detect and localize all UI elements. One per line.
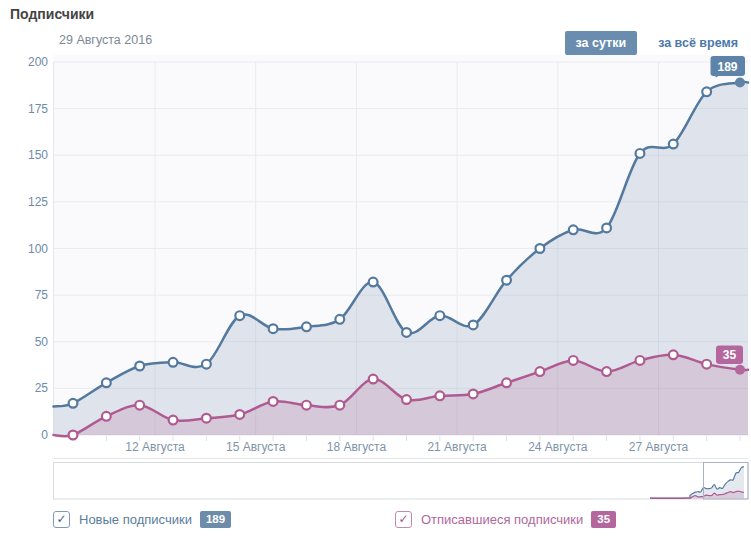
svg-text:50: 50	[35, 335, 49, 349]
data-point	[435, 391, 444, 400]
data-point	[102, 378, 111, 387]
data-point	[369, 375, 378, 384]
subscribers-stats-panel: Подписчики 29 Августа 2016 за сутки за в…	[0, 0, 751, 537]
data-point	[202, 360, 211, 369]
overview-strip[interactable]	[54, 463, 749, 500]
checkmark-icon: ✓	[56, 513, 66, 525]
data-point	[602, 367, 611, 376]
tooltip-new-subscribers: 189	[711, 56, 746, 77]
data-point	[135, 362, 144, 371]
legend-label-unsubscribed: Отписавшиеся подписчики	[421, 512, 583, 527]
data-point-current	[735, 365, 745, 375]
data-point	[402, 395, 411, 404]
checkmark-icon: ✓	[398, 513, 408, 525]
svg-text:125: 125	[28, 195, 48, 209]
page-title: Подписчики	[10, 6, 94, 22]
data-point	[69, 399, 78, 408]
subscribers-chart[interactable]: 12 Августа15 Августа18 Августа21 Августа…	[0, 55, 751, 505]
svg-text:18 Августа: 18 Августа	[327, 440, 387, 454]
data-point	[202, 414, 211, 423]
data-point	[335, 401, 344, 410]
data-point	[536, 367, 545, 376]
period-switcher: за сутки за всё время	[565, 31, 744, 55]
svg-text:189: 189	[717, 60, 737, 74]
data-point	[335, 315, 344, 324]
checkbox-unsubscribed[interactable]: ✓	[395, 511, 412, 528]
date-label: 29 Августа 2016	[59, 33, 152, 47]
legend-item-new-subscribers: ✓ Новые подписчики 189	[53, 509, 231, 529]
data-point	[402, 328, 411, 337]
svg-text:150: 150	[28, 148, 48, 162]
data-point	[69, 431, 78, 440]
svg-text:25: 25	[35, 381, 49, 395]
data-point	[469, 321, 478, 330]
tooltip-unsubscribed: 35	[716, 346, 743, 365]
data-point	[636, 356, 645, 365]
data-point	[569, 225, 578, 234]
period-day-button[interactable]: за сутки	[565, 31, 638, 55]
data-point	[435, 311, 444, 320]
data-point-current	[735, 78, 745, 88]
checkbox-new-subscribers[interactable]: ✓	[53, 511, 70, 528]
data-point	[302, 401, 311, 410]
data-point	[702, 87, 711, 96]
svg-text:15 Августа: 15 Августа	[226, 440, 286, 454]
svg-text:0: 0	[41, 428, 48, 442]
data-point	[602, 224, 611, 233]
legend-label-new-subscribers: Новые подписчики	[79, 512, 192, 527]
period-alltime-button[interactable]: за всё время	[652, 35, 744, 51]
x-axis-labels: 12 Августа15 Августа18 Августа21 Августа…	[125, 440, 688, 454]
data-point	[102, 412, 111, 421]
data-point	[302, 322, 311, 331]
svg-text:27 Августа: 27 Августа	[629, 440, 689, 454]
data-point	[502, 276, 511, 285]
data-point	[235, 311, 244, 320]
svg-text:21 Августа: 21 Августа	[427, 440, 487, 454]
data-point	[369, 278, 378, 287]
y-axis-labels: 0255075100125150175200	[28, 55, 48, 442]
data-point	[569, 356, 578, 365]
svg-text:24 Августа: 24 Августа	[528, 440, 588, 454]
data-point	[636, 149, 645, 158]
badge-unsubscribed: 35	[591, 511, 616, 528]
svg-text:100: 100	[28, 242, 48, 256]
svg-text:35: 35	[723, 348, 737, 362]
legend-item-unsubscribed: ✓ Отписавшиеся подписчики 35	[395, 509, 616, 529]
data-point	[269, 324, 278, 333]
data-point	[135, 401, 144, 410]
svg-text:75: 75	[35, 288, 49, 302]
data-point	[669, 140, 678, 149]
data-point	[169, 358, 178, 367]
data-point	[469, 390, 478, 399]
data-point	[169, 416, 178, 425]
svg-text:12 Августа: 12 Августа	[125, 440, 185, 454]
data-point	[702, 360, 711, 369]
data-point	[502, 378, 511, 387]
data-point	[235, 410, 244, 419]
badge-new-subscribers: 189	[200, 511, 231, 528]
svg-text:175: 175	[28, 102, 48, 116]
data-point	[669, 350, 678, 359]
data-point	[269, 397, 278, 406]
data-point	[536, 244, 545, 253]
svg-text:200: 200	[28, 55, 48, 69]
